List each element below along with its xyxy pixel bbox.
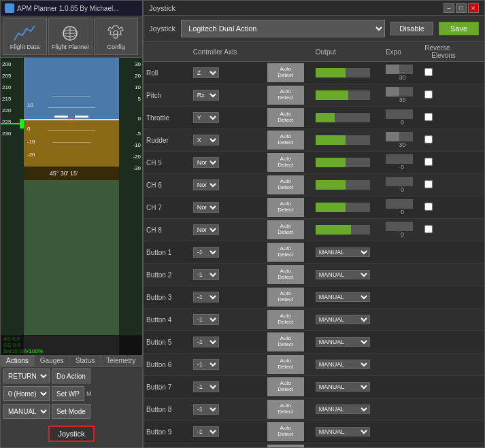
axis-cell-12[interactable]: -1 bbox=[190, 331, 265, 354]
auto-detect-cell-6[interactable]: AutoDetect bbox=[265, 196, 313, 219]
auto-detect-btn-8[interactable]: AutoDetect bbox=[267, 243, 304, 262]
auto-detect-cell-13[interactable]: AutoDetect bbox=[265, 354, 313, 376]
auto-detect-btn-0[interactable]: AutoDetect bbox=[267, 63, 304, 82]
axis-cell-8[interactable]: -1 bbox=[190, 241, 265, 264]
axis-cell-7[interactable]: None bbox=[190, 219, 265, 241]
reverse-cb-0[interactable] bbox=[424, 68, 433, 76]
axis-cell-5[interactable]: None bbox=[190, 174, 265, 196]
axis-select-6[interactable]: None bbox=[193, 202, 219, 213]
reverse-cell-4[interactable] bbox=[422, 152, 484, 174]
tab-status[interactable]: Status bbox=[70, 355, 101, 366]
button-action-cell-9[interactable]: MANUAL bbox=[313, 264, 422, 286]
axis-cell-3[interactable]: X bbox=[190, 129, 265, 152]
auto-detect-btn-9[interactable]: AutoDetect bbox=[267, 265, 304, 284]
reverse-cell-0[interactable] bbox=[422, 62, 484, 84]
auto-detect-cell-0[interactable]: AutoDetect bbox=[265, 62, 313, 84]
auto-detect-btn-10[interactable]: AutoDetect bbox=[267, 288, 304, 307]
auto-detect-btn-2[interactable]: AutoDetect bbox=[267, 108, 304, 127]
auto-detect-btn-4[interactable]: AutoDetect bbox=[267, 153, 304, 172]
reverse-cb-7[interactable] bbox=[424, 225, 433, 233]
axis-cell-11[interactable]: -1 bbox=[190, 309, 265, 331]
auto-detect-cell-4[interactable]: AutoDetect bbox=[265, 152, 313, 174]
auto-detect-btn-12[interactable]: AutoDetect bbox=[267, 332, 304, 351]
axis-select-11[interactable]: -1 bbox=[193, 314, 219, 325]
manual-select-13[interactable]: MANUAL bbox=[316, 360, 370, 369]
axis-cell-15[interactable]: -1 bbox=[190, 398, 265, 421]
tab-actions[interactable]: Actions bbox=[1, 355, 35, 366]
reverse-cb-5[interactable] bbox=[424, 180, 433, 188]
button-action-cell-10[interactable]: MANUAL bbox=[313, 286, 422, 309]
axis-select-12[interactable]: -1 bbox=[193, 337, 219, 347]
joystick-select[interactable]: Logitech Dual Action bbox=[181, 20, 385, 37]
disable-btn[interactable]: Disable bbox=[390, 22, 433, 35]
reverse-cb-6[interactable] bbox=[424, 203, 433, 211]
joystick-btn[interactable]: Joystick bbox=[48, 426, 94, 442]
axis-select-10[interactable]: -1 bbox=[193, 292, 219, 303]
manual-select-8[interactable]: MANUAL bbox=[316, 247, 370, 257]
axis-cell-16[interactable]: -1 bbox=[190, 421, 265, 443]
auto-detect-cell-16[interactable]: AutoDetect bbox=[265, 421, 313, 443]
axis-cell-13[interactable]: -1 bbox=[190, 354, 265, 376]
button-action-cell-16[interactable]: MANUAL bbox=[313, 421, 422, 443]
manual-select-9[interactable]: MANUAL bbox=[316, 270, 370, 279]
auto-detect-btn-3[interactable]: AutoDetect bbox=[267, 131, 304, 150]
manual-select-16[interactable]: MANUAL bbox=[316, 427, 370, 436]
axis-cell-4[interactable]: None bbox=[190, 152, 265, 174]
auto-detect-btn-11[interactable]: AutoDetect bbox=[267, 310, 304, 329]
axis-select-13[interactable]: -1 bbox=[193, 359, 219, 370]
manual-select-14[interactable]: MANUAL bbox=[316, 382, 370, 392]
auto-detect-cell-5[interactable]: AutoDetect bbox=[265, 174, 313, 196]
axis-cell-10[interactable]: -1 bbox=[190, 286, 265, 309]
reverse-cell-2[interactable] bbox=[422, 107, 484, 129]
reverse-cb-1[interactable] bbox=[424, 90, 433, 99]
reverse-cell-6[interactable] bbox=[422, 196, 484, 219]
set-mode-btn[interactable]: Set Mode bbox=[52, 404, 90, 419]
maximize-btn[interactable]: □ bbox=[456, 3, 467, 13]
minimize-btn[interactable]: – bbox=[444, 3, 454, 13]
config-btn[interactable]: Config bbox=[94, 18, 138, 55]
manual-select-11[interactable]: MANUAL bbox=[316, 315, 370, 324]
auto-detect-btn-16[interactable]: AutoDetect bbox=[267, 422, 304, 441]
auto-detect-cell-1[interactable]: AutoDetect bbox=[265, 84, 313, 107]
axis-select-5[interactable]: None bbox=[193, 179, 219, 190]
mode-select[interactable]: RETURN bbox=[3, 368, 50, 383]
reverse-cb-2[interactable] bbox=[424, 113, 433, 121]
auto-detect-btn-15[interactable]: AutoDetect bbox=[267, 400, 304, 419]
manual-select[interactable]: MANUAL bbox=[3, 404, 50, 419]
save-btn[interactable]: Save bbox=[439, 22, 479, 35]
do-action-btn[interactable]: Do Action bbox=[52, 368, 90, 383]
auto-detect-cell-10[interactable]: AutoDetect bbox=[265, 286, 313, 309]
auto-detect-cell-15[interactable]: AutoDetect bbox=[265, 398, 313, 421]
auto-detect-btn-13[interactable]: AutoDetect bbox=[267, 355, 304, 374]
button-action-cell-15[interactable]: MANUAL bbox=[313, 398, 422, 421]
home-select[interactable]: 0 (Home) bbox=[3, 386, 50, 401]
auto-detect-cell-8[interactable]: AutoDetect bbox=[265, 241, 313, 264]
tab-telemetry[interactable]: Telemetry bbox=[101, 355, 141, 366]
axis-select-1[interactable]: Rz bbox=[193, 90, 219, 101]
auto-detect-btn-1[interactable]: AutoDetect bbox=[267, 86, 304, 105]
reverse-cb-4[interactable] bbox=[424, 158, 433, 166]
button-action-cell-17[interactable]: MANUAL bbox=[313, 443, 422, 448]
auto-detect-cell-17[interactable]: AutoDetect bbox=[265, 443, 313, 448]
axis-cell-6[interactable]: None bbox=[190, 196, 265, 219]
flight-data-btn[interactable]: Flight Data bbox=[3, 18, 47, 55]
axis-select-8[interactable]: -1 bbox=[193, 247, 219, 258]
set-wp-btn[interactable]: Set WP bbox=[52, 386, 84, 401]
tab-gauges[interactable]: Gauges bbox=[35, 355, 70, 366]
axis-select-0[interactable]: Z bbox=[193, 67, 219, 78]
reverse-cb-3[interactable] bbox=[424, 135, 433, 143]
button-action-cell-11[interactable]: MANUAL bbox=[313, 309, 422, 331]
axis-cell-1[interactable]: Rz bbox=[190, 84, 265, 107]
auto-detect-cell-14[interactable]: AutoDetect bbox=[265, 376, 313, 398]
axis-cell-14[interactable]: -1 bbox=[190, 376, 265, 398]
auto-detect-btn-6[interactable]: AutoDetect bbox=[267, 198, 304, 217]
auto-detect-cell-2[interactable]: AutoDetect bbox=[265, 107, 313, 129]
auto-detect-cell-3[interactable]: AutoDetect bbox=[265, 129, 313, 152]
reverse-cell-5[interactable] bbox=[422, 174, 484, 196]
axis-select-9[interactable]: -1 bbox=[193, 269, 219, 280]
axis-select-15[interactable]: -1 bbox=[193, 404, 219, 415]
axis-select-2[interactable]: Y bbox=[193, 112, 219, 123]
axis-select-4[interactable]: None bbox=[193, 157, 219, 168]
button-action-cell-14[interactable]: MANUAL bbox=[313, 376, 422, 398]
auto-detect-cell-9[interactable]: AutoDetect bbox=[265, 264, 313, 286]
